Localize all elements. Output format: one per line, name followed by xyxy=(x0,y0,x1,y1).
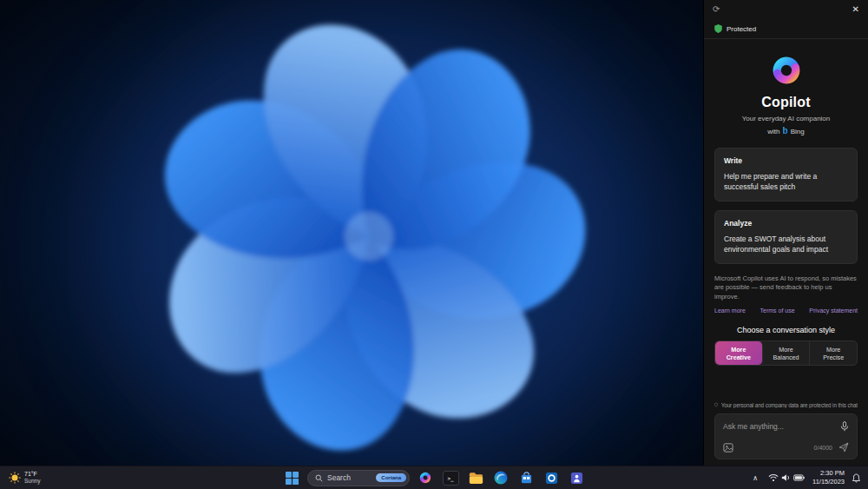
chat-input[interactable] xyxy=(723,422,835,431)
search-label: Search xyxy=(327,473,372,482)
suggestion-card-analyze[interactable]: Analyze Create a SWOT analysis about env… xyxy=(714,210,858,264)
start-button[interactable] xyxy=(282,468,301,487)
protected-badge: Protected xyxy=(704,19,868,39)
send-icon[interactable] xyxy=(838,442,849,453)
wallpaper-bloom xyxy=(0,0,703,466)
search-box[interactable]: Search Cortana xyxy=(307,470,410,486)
suggestion-title: Analyze xyxy=(724,219,848,228)
data-protection-text: Your personal and company data are prote… xyxy=(721,402,858,408)
notifications-bell-icon[interactable] xyxy=(850,473,863,483)
conversation-style-group: More Creative More Balanced More Precise xyxy=(714,340,858,366)
search-icon xyxy=(315,474,323,482)
character-counter: 0/4000 xyxy=(814,445,832,451)
protected-label: Protected xyxy=(727,25,756,33)
store-icon[interactable] xyxy=(516,468,536,487)
wifi-icon xyxy=(768,473,779,482)
weather-condition: Sunny xyxy=(24,478,40,484)
suggestion-card-write[interactable]: Write Help me prepare and write a succes… xyxy=(714,148,858,202)
bing-icon: b xyxy=(783,127,788,135)
desktop[interactable] xyxy=(0,0,703,466)
sidebar-header: ⟳ ✕ xyxy=(704,0,868,19)
copilot-subtitle: Your everyday AI companion xyxy=(714,115,858,122)
weather-widget[interactable]: 71°F Sunny xyxy=(4,466,44,489)
quick-settings[interactable] xyxy=(766,472,807,484)
system-tray: ∧ 2:30 PM 11/15/2023 xyxy=(750,466,865,489)
weather-temp: 71°F xyxy=(24,471,40,478)
shield-protected-icon xyxy=(714,24,722,33)
clock-widget[interactable]: 2:30 PM 11/15/2023 xyxy=(812,469,845,486)
add-image-icon[interactable] xyxy=(723,443,733,453)
teams-icon[interactable] xyxy=(567,468,586,487)
outlook-icon[interactable] xyxy=(542,468,561,487)
microphone-icon[interactable] xyxy=(840,421,849,432)
tray-date: 11/15/2023 xyxy=(812,478,845,486)
suggestion-body: Help me prepare and write a successful s… xyxy=(724,172,848,193)
refresh-icon[interactable]: ⟳ xyxy=(711,3,721,16)
edge-icon[interactable] xyxy=(491,468,510,487)
volume-icon xyxy=(781,473,791,482)
terminal-icon[interactable]: >_ xyxy=(441,468,460,487)
style-option-precise[interactable]: More Precise xyxy=(810,341,857,365)
suggestion-body: Create a SWOT analysis about environment… xyxy=(724,235,848,255)
taskbar: 71°F Sunny Search Cortana xyxy=(0,466,868,489)
weather-sun-icon xyxy=(9,472,21,484)
taskbar-center: Search Cortana >_ xyxy=(282,466,586,489)
search-highlight-badge[interactable]: Cortana xyxy=(376,473,406,482)
copilot-sidebar: ⟳ ✕ Protected xyxy=(703,0,868,466)
with-bing-row: with b Bing xyxy=(714,127,858,135)
with-label: with xyxy=(767,128,779,135)
privacy-statement-link[interactable]: Privacy statement xyxy=(809,307,858,314)
data-protection-note: Your personal and company data are prote… xyxy=(714,401,858,408)
shield-outline-icon xyxy=(714,401,718,408)
close-icon[interactable]: ✕ xyxy=(851,3,861,16)
terms-of-use-link[interactable]: Terms of use xyxy=(760,307,795,314)
windows-logo-icon xyxy=(286,472,299,485)
sidebar-content: Copilot Your everyday AI companion with … xyxy=(704,39,868,466)
conversation-style-title: Choose a conversation style xyxy=(714,326,858,334)
ai-disclaimer: Microsoft Copilot uses AI to respond, so… xyxy=(714,274,858,303)
style-option-creative[interactable]: More Creative xyxy=(715,341,763,365)
tray-chevron-up-icon[interactable]: ∧ xyxy=(750,474,760,482)
tray-time: 2:30 PM xyxy=(820,469,845,478)
legal-links: Learn more Terms of use Privacy statemen… xyxy=(714,307,858,314)
chat-composer: 0/4000 xyxy=(714,413,858,459)
battery-icon xyxy=(793,474,805,481)
bing-label: Bing xyxy=(791,128,805,135)
style-option-balanced[interactable]: More Balanced xyxy=(763,341,811,365)
suggestion-title: Write xyxy=(724,156,848,165)
learn-more-link[interactable]: Learn more xyxy=(714,307,746,314)
terminal-prompt-glyph: >_ xyxy=(443,471,459,486)
copilot-title: Copilot xyxy=(714,95,858,110)
copilot-logo-icon xyxy=(769,53,804,88)
copilot-taskbar-icon[interactable] xyxy=(416,468,435,487)
file-explorer-icon[interactable] xyxy=(466,468,485,487)
